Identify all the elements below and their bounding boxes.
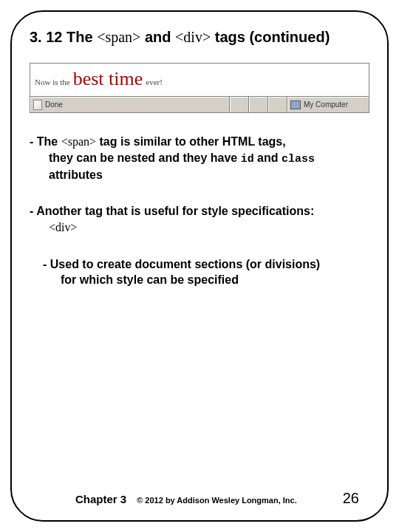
bullet-span-tag: - The <span> tag is similar to other HTM… bbox=[30, 134, 369, 183]
browser-statusbar: Done My Computer bbox=[30, 96, 369, 112]
footer-chapter: Chapter 3 bbox=[75, 493, 126, 505]
browser-window: Now is the best time ever! Done My Compu… bbox=[30, 63, 369, 113]
content-after: ever! bbox=[146, 78, 163, 86]
b1-class: class bbox=[282, 153, 315, 166]
slide-footer: Chapter 3 © 2012 by Addison Wesley Longm… bbox=[12, 490, 387, 507]
status-empty-2 bbox=[249, 97, 268, 112]
b2-line: - Another tag that is useful for style s… bbox=[30, 205, 314, 217]
slide-frame: 3. 12 The <span> and <div> tags (continu… bbox=[10, 10, 389, 522]
b1-rest1: tag is similar to other HTML tags, bbox=[96, 135, 286, 148]
b3-line1: - Used to create document sections (or d… bbox=[43, 258, 320, 270]
status-location-text: My Computer bbox=[304, 100, 348, 109]
content-highlight: best time bbox=[73, 69, 143, 89]
slide-title: 3. 12 The <span> and <div> tags (continu… bbox=[30, 28, 369, 47]
b1-tag: <span> bbox=[61, 135, 96, 148]
bullet-div-intro: - Another tag that is useful for style s… bbox=[30, 203, 369, 235]
status-empty-3 bbox=[268, 97, 287, 112]
b1-lead: - The bbox=[30, 135, 61, 148]
status-empty-1 bbox=[230, 97, 249, 112]
b1-line3: attributes bbox=[30, 167, 369, 183]
title-tag-span: <span> bbox=[97, 29, 140, 45]
b1-line2: they can be nested and they have id and … bbox=[30, 150, 369, 167]
document-icon bbox=[33, 100, 42, 110]
footer-page-number: 26 bbox=[343, 490, 359, 507]
status-done-cell: Done bbox=[30, 97, 230, 112]
browser-content: Now is the best time ever! bbox=[30, 64, 369, 96]
bullet-div-desc: - Used to create document sections (or d… bbox=[30, 256, 369, 288]
status-location-cell: My Computer bbox=[287, 97, 369, 112]
title-continued: (continued) bbox=[249, 29, 330, 45]
b1-rest2a: they can be nested and they have bbox=[49, 151, 241, 164]
b3-line2: for which style can be specified bbox=[43, 272, 369, 288]
computer-icon bbox=[290, 100, 301, 109]
status-done-text: Done bbox=[45, 100, 63, 109]
title-mid: and bbox=[140, 29, 175, 45]
title-suffix: tags bbox=[211, 29, 249, 45]
b1-rest2b: and bbox=[254, 151, 282, 164]
title-tag-div: <div> bbox=[175, 29, 211, 45]
footer-copyright: © 2012 by Addison Wesley Longman, Inc. bbox=[137, 496, 332, 505]
content-before: Now is the bbox=[35, 78, 70, 86]
title-prefix: 3. 12 The bbox=[30, 29, 97, 45]
b1-id: id bbox=[241, 153, 254, 166]
b2-tag: <div> bbox=[30, 219, 369, 236]
